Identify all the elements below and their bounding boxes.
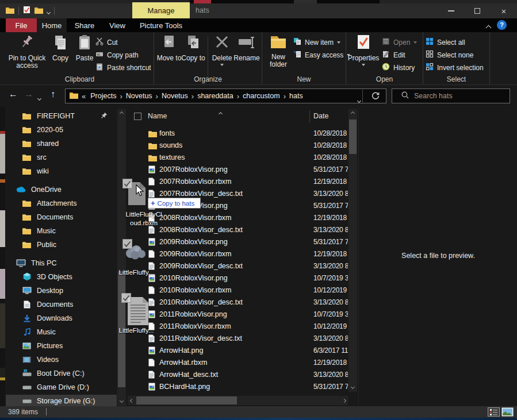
file-row-2010robloxvisor-png[interactable]: 2010RobloxVisor.png10/7/2019 3 bbox=[128, 272, 348, 284]
file-row-2009robloxvisor-png[interactable]: 2009RobloxVisor.png5/31/2017 7 bbox=[128, 236, 348, 248]
address-bar[interactable]: « Projects›Novetus›Novetus›shareddata›ch… bbox=[65, 88, 386, 103]
sidebar-item-firefight[interactable]: FIREFIGHT bbox=[6, 110, 117, 122]
column-header-date[interactable]: Date bbox=[313, 112, 328, 120]
properties-button[interactable]: Properties bbox=[347, 34, 380, 66]
sidebar-item-music[interactable]: Music bbox=[6, 225, 117, 237]
file-row-2010robloxvisor-rbxm[interactable]: 2010RobloxVisor.rbxm10/12/2019 bbox=[128, 284, 348, 296]
tab-view[interactable]: View bbox=[102, 18, 132, 32]
column-divider[interactable] bbox=[309, 110, 310, 123]
new-item-button[interactable]: New item bbox=[293, 37, 340, 48]
sidebar-item-downloads[interactable]: Downloads bbox=[6, 312, 117, 324]
breadcrumb-charcustom[interactable]: charcustom bbox=[239, 92, 284, 100]
close-button[interactable]: × bbox=[491, 3, 517, 18]
details-view-button[interactable] bbox=[488, 407, 500, 417]
file-row-2011robloxvisor-rbxm[interactable]: 2011RobloxVisor.rbxm10/12/2019 bbox=[128, 321, 348, 333]
copy-to-button[interactable]: Copy to bbox=[181, 34, 206, 62]
sidebar-item-documents[interactable]: Documents bbox=[6, 211, 117, 223]
qat-new-folder-icon[interactable] bbox=[35, 6, 43, 16]
list-scroll-right-icon[interactable] bbox=[340, 396, 348, 405]
sidebar-item-music[interactable]: Music bbox=[6, 326, 117, 338]
h-scrollbar-thumb[interactable] bbox=[136, 396, 237, 404]
sidebar-item-storage-drive-g[interactable]: Storage Drive (G:) bbox=[6, 395, 117, 407]
cut-button[interactable]: Cut bbox=[95, 37, 118, 48]
pin-icon[interactable] bbox=[101, 112, 108, 120]
file-row-textures[interactable]: textures10/28/2018 bbox=[128, 152, 348, 164]
select-all-button[interactable]: Select all bbox=[426, 37, 465, 48]
sidebar-item-videos[interactable]: Videos bbox=[6, 353, 117, 365]
tab-manage[interactable]: Manage bbox=[132, 2, 190, 18]
sort-ascending-icon[interactable] bbox=[219, 107, 222, 118]
file-row-2009robloxvisor-desc-txt[interactable]: 2009RobloxVisor_desc.txt3/13/2020 8 bbox=[128, 260, 348, 272]
sidebar-item-attachments[interactable]: Attachments bbox=[6, 197, 117, 209]
back-icon[interactable]: ← bbox=[9, 89, 18, 99]
paste-shortcut-button[interactable]: Paste shortcut bbox=[95, 62, 151, 74]
file-row-arrowhat-png[interactable]: ArrowHat.png6/3/2017 11 bbox=[128, 345, 348, 357]
edit-button[interactable]: Edit bbox=[382, 49, 405, 61]
recent-locations-chevron-icon[interactable] bbox=[38, 92, 41, 102]
file-row-arrowhat-desc-txt[interactable]: ArrowHat_desc.txt3/13/2020 8 bbox=[128, 369, 348, 381]
select-all-checkbox[interactable] bbox=[134, 113, 141, 120]
file-row-2011robloxvisor-png[interactable]: 2011RobloxVisor.png10/7/2019 3 bbox=[128, 309, 348, 321]
sidebar-item-boot-drive-c[interactable]: Boot Drive (C:) bbox=[6, 367, 117, 379]
list-scroll-up-icon[interactable] bbox=[349, 109, 357, 118]
sidebar-scroll-up-icon[interactable] bbox=[117, 109, 126, 118]
open-button[interactable]: Open bbox=[382, 37, 417, 48]
sidebar-item-shared[interactable]: shared bbox=[6, 137, 117, 149]
sidebar-item-pictures[interactable]: Pictures bbox=[6, 340, 117, 352]
file-row-2010robloxvisor-desc-txt[interactable]: 2010RobloxVisor_desc.txt3/13/2020 8 bbox=[128, 296, 348, 309]
history-button[interactable]: History bbox=[382, 62, 415, 74]
tab-home[interactable]: Home bbox=[37, 18, 67, 32]
help-icon[interactable]: ? bbox=[497, 20, 507, 30]
rename-button[interactable]: Rename bbox=[232, 34, 261, 62]
sidebar-item-desktop[interactable]: Desktop bbox=[6, 284, 117, 296]
column-header-name[interactable]: Name bbox=[148, 112, 167, 120]
sidebar-item-game-drive-d[interactable]: Game Drive (D:) bbox=[6, 381, 117, 393]
sidebar-item-this-pc[interactable]: This PC bbox=[6, 257, 117, 269]
file-row-bchardhat-png[interactable]: BCHardHat.png5/31/2017 7 bbox=[128, 381, 348, 393]
file-row-2007robloxvisor-png[interactable]: 2007RobloxVisor.png5/31/2017 7 bbox=[128, 164, 348, 176]
invert-selection-button[interactable]: Invert selection bbox=[426, 62, 484, 74]
file-row-2009robloxvisor-rbxm[interactable]: 2009RobloxVisor.rbxm12/19/2018 bbox=[128, 248, 348, 260]
address-dropdown-chevron-icon[interactable] bbox=[358, 94, 361, 105]
list-scroll-down-icon[interactable] bbox=[349, 383, 357, 392]
sidebar-item-2020-05[interactable]: 2020-05 bbox=[6, 124, 117, 136]
copy-path-button[interactable]: W.. Copy path bbox=[95, 49, 139, 61]
list-scroll-left-icon[interactable] bbox=[128, 396, 136, 405]
refresh-icon[interactable] bbox=[371, 91, 380, 103]
new-folder-button[interactable]: New folder bbox=[263, 34, 293, 68]
easy-access-button[interactable]: Easy access bbox=[293, 49, 350, 61]
tab-file[interactable]: File bbox=[6, 18, 37, 32]
breadcrumb-novetus[interactable]: Novetus bbox=[158, 92, 192, 100]
thumbnail-view-button[interactable] bbox=[501, 407, 514, 417]
breadcrumb-hats[interactable]: hats bbox=[286, 92, 307, 100]
sidebar-item-public[interactable]: Public bbox=[6, 238, 117, 251]
file-row-sounds[interactable]: sounds10/28/2018 bbox=[128, 140, 348, 152]
forward-icon[interactable]: → bbox=[24, 89, 33, 99]
delete-button[interactable]: Delete bbox=[209, 34, 235, 66]
tab-picture-tools[interactable]: Picture Tools bbox=[132, 18, 190, 32]
move-to-button[interactable]: Move to bbox=[156, 34, 182, 62]
breadcrumb-projects[interactable]: Projects bbox=[87, 92, 120, 100]
qat-folder-icon[interactable] bbox=[6, 6, 14, 16]
minimize-button[interactable] bbox=[438, 3, 464, 18]
breadcrumb-novetus[interactable]: Novetus bbox=[122, 92, 156, 100]
file-row-arrowhat-rbxm[interactable]: ArrowHat.rbxm12/19/2018 bbox=[128, 357, 348, 369]
search-input[interactable]: Search hats bbox=[392, 88, 510, 103]
sidebar-item-wiki[interactable]: wiki bbox=[6, 165, 117, 177]
up-icon[interactable]: ↑ bbox=[51, 89, 55, 99]
copy-button[interactable]: Copy bbox=[48, 34, 72, 62]
sidebar-item-3d-objects[interactable]: 3D Objects bbox=[6, 271, 117, 283]
file-row-2007robloxvisor-rbxm[interactable]: 2007RobloxVisor.rbxm12/19/2018 bbox=[128, 176, 348, 188]
file-row-2011robloxvisor-desc-txt[interactable]: 2011RobloxVisor_desc.txt3/13/2020 8 bbox=[128, 333, 348, 345]
sidebar-item-onedrive[interactable]: OneDrive bbox=[6, 183, 117, 195]
file-row-fonts[interactable]: fonts10/28/2018 bbox=[128, 128, 348, 140]
tab-share[interactable]: Share bbox=[67, 18, 102, 32]
sidebar-item-documents[interactable]: Documents bbox=[6, 298, 117, 310]
select-none-button[interactable]: Select none bbox=[426, 49, 473, 61]
sidebar-item-src[interactable]: src bbox=[6, 151, 117, 163]
qat-customize-chevron-icon[interactable] bbox=[47, 6, 50, 16]
breadcrumb-overflow[interactable]: « bbox=[78, 92, 87, 101]
qat-properties-icon[interactable] bbox=[23, 6, 30, 16]
list-scrollbar-vertical[interactable] bbox=[349, 109, 357, 392]
breadcrumb-shareddata[interactable]: shareddata bbox=[194, 92, 237, 100]
